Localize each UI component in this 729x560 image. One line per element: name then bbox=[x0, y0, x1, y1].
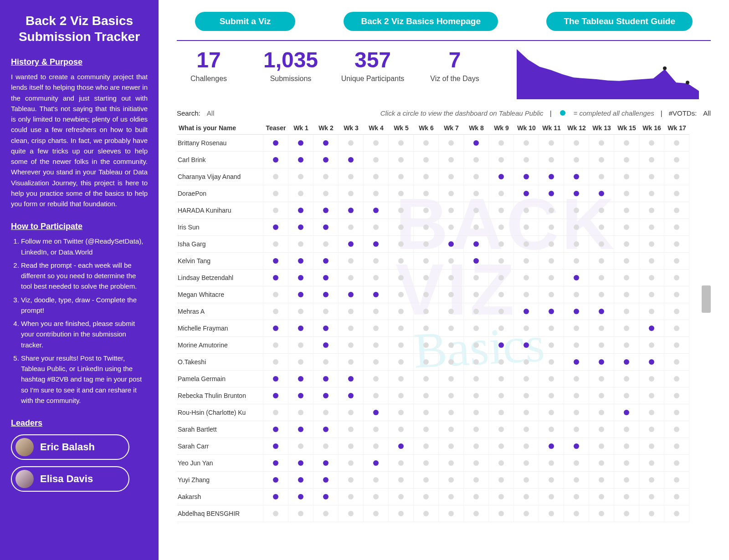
submission-cell[interactable] bbox=[313, 253, 339, 270]
submission-cell[interactable] bbox=[313, 489, 339, 505]
submission-cell[interactable] bbox=[464, 135, 489, 152]
column-header-week[interactable]: Wk 7 bbox=[439, 122, 464, 135]
column-header-week[interactable]: Wk 12 bbox=[564, 122, 589, 135]
student-guide-button[interactable]: The Tableau Student Guide bbox=[546, 12, 693, 31]
submission-cell[interactable] bbox=[263, 253, 288, 270]
submission-cell[interactable] bbox=[313, 455, 339, 472]
participant-name[interactable]: Rebecka Thulin Brunton bbox=[177, 387, 263, 404]
column-header-week[interactable]: Teaser bbox=[263, 122, 288, 135]
submission-cell[interactable] bbox=[564, 354, 589, 371]
column-header-week[interactable]: Wk 3 bbox=[339, 122, 364, 135]
participant-name[interactable]: Yuyi Zhang bbox=[177, 472, 263, 489]
submission-cell[interactable] bbox=[464, 253, 489, 270]
submission-cell[interactable] bbox=[589, 354, 614, 371]
column-header-week[interactable]: Wk 10 bbox=[514, 122, 539, 135]
submission-cell[interactable] bbox=[288, 320, 313, 337]
column-header-week[interactable]: Wk 11 bbox=[539, 122, 564, 135]
submission-cell[interactable] bbox=[514, 303, 539, 320]
submission-cell[interactable] bbox=[389, 438, 414, 455]
submission-cell[interactable] bbox=[313, 219, 339, 236]
submission-cell[interactable] bbox=[539, 185, 564, 202]
participant-name[interactable]: Carl Brink bbox=[177, 152, 263, 168]
submission-cell[interactable] bbox=[263, 320, 288, 337]
submission-cell[interactable] bbox=[288, 421, 313, 438]
submission-cell[interactable] bbox=[589, 303, 614, 320]
submission-cell[interactable] bbox=[263, 455, 288, 472]
submission-cell[interactable] bbox=[313, 371, 339, 387]
submission-cell[interactable] bbox=[639, 354, 664, 371]
submission-cell[interactable] bbox=[564, 168, 589, 185]
submission-cell[interactable] bbox=[288, 387, 313, 404]
submission-cell[interactable] bbox=[313, 472, 339, 489]
column-header-name[interactable]: What is your Name bbox=[177, 122, 263, 135]
submission-cell[interactable] bbox=[564, 185, 589, 202]
column-header-week[interactable]: Wk 1 bbox=[288, 122, 313, 135]
submissions-sparkline[interactable] bbox=[505, 49, 711, 99]
participant-name[interactable]: Morine Amutorine bbox=[177, 337, 263, 354]
submission-cell[interactable] bbox=[339, 286, 364, 303]
participant-name[interactable]: Mehras A bbox=[177, 303, 263, 320]
submission-cell[interactable] bbox=[564, 438, 589, 455]
submission-cell[interactable] bbox=[263, 472, 288, 489]
column-header-week[interactable]: Wk 6 bbox=[414, 122, 439, 135]
submission-cell[interactable] bbox=[564, 303, 589, 320]
submission-cell[interactable] bbox=[439, 236, 464, 253]
submission-cell[interactable] bbox=[288, 152, 313, 168]
participant-name[interactable]: Pamela Germain bbox=[177, 371, 263, 387]
participant-name[interactable]: Kelvin Tang bbox=[177, 253, 263, 270]
column-header-week[interactable]: Wk 8 bbox=[464, 122, 489, 135]
submission-cell[interactable] bbox=[288, 253, 313, 270]
leader-pill[interactable]: Eric Balash bbox=[11, 434, 129, 460]
participant-name[interactable]: Sarah Bartlett bbox=[177, 421, 263, 438]
participant-name[interactable]: Charanya Vijay Anand bbox=[177, 168, 263, 185]
search-value[interactable]: All bbox=[207, 109, 215, 117]
submission-cell[interactable] bbox=[364, 236, 389, 253]
participant-name[interactable]: Isha Garg bbox=[177, 236, 263, 253]
participant-name[interactable]: Abdelhaq BENSGHIR bbox=[177, 505, 263, 522]
participant-name[interactable]: Aakarsh bbox=[177, 489, 263, 505]
participant-name[interactable]: HARADA Kuniharu bbox=[177, 202, 263, 219]
scrollbar-thumb[interactable] bbox=[702, 285, 711, 313]
submission-cell[interactable] bbox=[263, 371, 288, 387]
submission-cell[interactable] bbox=[589, 185, 614, 202]
submission-cell[interactable] bbox=[539, 168, 564, 185]
submission-cell[interactable] bbox=[288, 455, 313, 472]
participant-name[interactable]: Brittany Rosenau bbox=[177, 135, 263, 152]
submission-cell[interactable] bbox=[263, 152, 288, 168]
submission-cell[interactable] bbox=[639, 320, 664, 337]
submission-cell[interactable] bbox=[263, 421, 288, 438]
submission-cell[interactable] bbox=[263, 438, 288, 455]
participant-name[interactable]: Rou-Hsin (Charlotte) Ku bbox=[177, 404, 263, 421]
column-header-week[interactable]: Wk 16 bbox=[639, 122, 664, 135]
submission-cell[interactable] bbox=[339, 387, 364, 404]
submission-cell[interactable] bbox=[313, 135, 339, 152]
submission-cell[interactable] bbox=[313, 337, 339, 354]
submission-cell[interactable] bbox=[364, 286, 389, 303]
submission-cell[interactable] bbox=[263, 219, 288, 236]
participant-name[interactable]: Megan Whitacre bbox=[177, 286, 263, 303]
submission-cell[interactable] bbox=[614, 404, 639, 421]
column-header-week[interactable]: Wk 2 bbox=[313, 122, 339, 135]
submission-cell[interactable] bbox=[288, 472, 313, 489]
submission-cell[interactable] bbox=[614, 354, 639, 371]
submission-cell[interactable] bbox=[263, 387, 288, 404]
submission-cell[interactable] bbox=[364, 202, 389, 219]
submission-cell[interactable] bbox=[339, 236, 364, 253]
submission-cell[interactable] bbox=[489, 337, 514, 354]
submission-cell[interactable] bbox=[364, 455, 389, 472]
homepage-button[interactable]: Back 2 Viz Basics Homepage bbox=[344, 12, 498, 31]
submission-cell[interactable] bbox=[339, 202, 364, 219]
submission-cell[interactable] bbox=[464, 236, 489, 253]
submission-cell[interactable] bbox=[288, 202, 313, 219]
submission-cell[interactable] bbox=[313, 286, 339, 303]
submission-cell[interactable] bbox=[263, 270, 288, 286]
submission-cell[interactable] bbox=[539, 438, 564, 455]
submission-cell[interactable] bbox=[288, 286, 313, 303]
participant-name[interactable]: DoraePon bbox=[177, 185, 263, 202]
submission-cell[interactable] bbox=[313, 387, 339, 404]
column-header-week[interactable]: Wk 9 bbox=[489, 122, 514, 135]
submission-cell[interactable] bbox=[489, 168, 514, 185]
submission-cell[interactable] bbox=[313, 270, 339, 286]
column-header-week[interactable]: Wk 15 bbox=[614, 122, 639, 135]
submission-cell[interactable] bbox=[313, 152, 339, 168]
